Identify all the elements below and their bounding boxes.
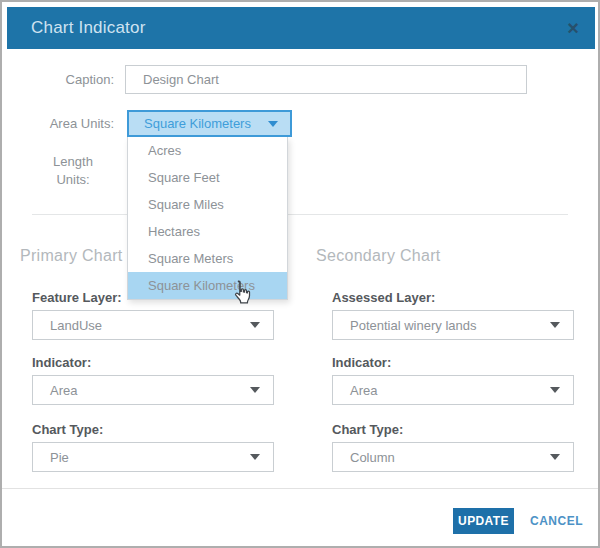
secondary-chart-type-select[interactable]: Column — [332, 442, 574, 472]
area-units-dropdown[interactable]: Square Kilometers — [127, 110, 292, 137]
area-units-label: Area Units: — [32, 116, 114, 131]
length-units-label-line2: Units: — [56, 172, 89, 187]
chevron-down-icon — [550, 454, 560, 460]
length-units-label: Length Units: — [32, 153, 114, 189]
area-units-option-list: Acres Square Feet Square Miles Hectares … — [127, 137, 288, 300]
cancel-button[interactable]: CANCEL — [530, 514, 583, 528]
feature-layer-select[interactable]: LandUse — [32, 310, 274, 340]
primary-chart-type-label: Chart Type: — [32, 422, 103, 437]
area-units-value: Square Kilometers — [129, 116, 251, 131]
units-section-divider — [32, 214, 568, 215]
primary-chart-type-value: Pie — [33, 450, 69, 465]
secondary-indicator-select[interactable]: Area — [332, 375, 574, 405]
feature-layer-value: LandUse — [33, 318, 102, 333]
primary-indicator-select[interactable]: Area — [32, 375, 274, 405]
primary-chart-heading: Primary Chart — [20, 247, 123, 265]
assessed-layer-value: Potential winery lands — [333, 318, 476, 333]
dropdown-option-hectares[interactable]: Hectares — [128, 218, 287, 245]
chevron-down-icon — [250, 387, 260, 393]
hand-cursor-icon — [230, 279, 252, 306]
close-icon[interactable]: × — [567, 18, 579, 38]
chevron-down-icon — [250, 322, 260, 328]
dropdown-option-square-feet[interactable]: Square Feet — [128, 164, 287, 191]
dialog-titlebar: Chart Indicator × — [7, 7, 595, 49]
chevron-down-icon — [250, 454, 260, 460]
primary-indicator-label: Indicator: — [32, 355, 91, 370]
secondary-chart-heading: Secondary Chart — [316, 247, 441, 265]
secondary-indicator-value: Area — [333, 383, 377, 398]
chevron-down-icon — [550, 322, 560, 328]
secondary-chart-type-value: Column — [333, 450, 395, 465]
chevron-down-icon — [550, 387, 560, 393]
dialog-title: Chart Indicator — [7, 18, 146, 38]
chevron-down-icon — [268, 121, 278, 127]
secondary-indicator-label: Indicator: — [332, 355, 391, 370]
dropdown-option-square-kilometers[interactable]: Square Kilometers — [128, 272, 287, 299]
feature-layer-label: Feature Layer: — [32, 290, 122, 305]
secondary-chart-type-label: Chart Type: — [332, 422, 403, 437]
footer-divider — [2, 488, 598, 489]
caption-label: Caption: — [32, 72, 114, 87]
chart-indicator-dialog: Chart Indicator × Caption: Area Units: S… — [0, 0, 600, 548]
assessed-layer-select[interactable]: Potential winery lands — [332, 310, 574, 340]
dropdown-option-acres[interactable]: Acres — [128, 137, 287, 164]
primary-chart-type-select[interactable]: Pie — [32, 442, 274, 472]
dropdown-option-square-meters[interactable]: Square Meters — [128, 245, 287, 272]
primary-indicator-value: Area — [33, 383, 77, 398]
dropdown-option-square-miles[interactable]: Square Miles — [128, 191, 287, 218]
caption-input[interactable] — [125, 65, 527, 94]
assessed-layer-label: Assessed Layer: — [332, 290, 435, 305]
length-units-label-line1: Length — [53, 154, 93, 169]
update-button[interactable]: UPDATE — [453, 508, 514, 534]
